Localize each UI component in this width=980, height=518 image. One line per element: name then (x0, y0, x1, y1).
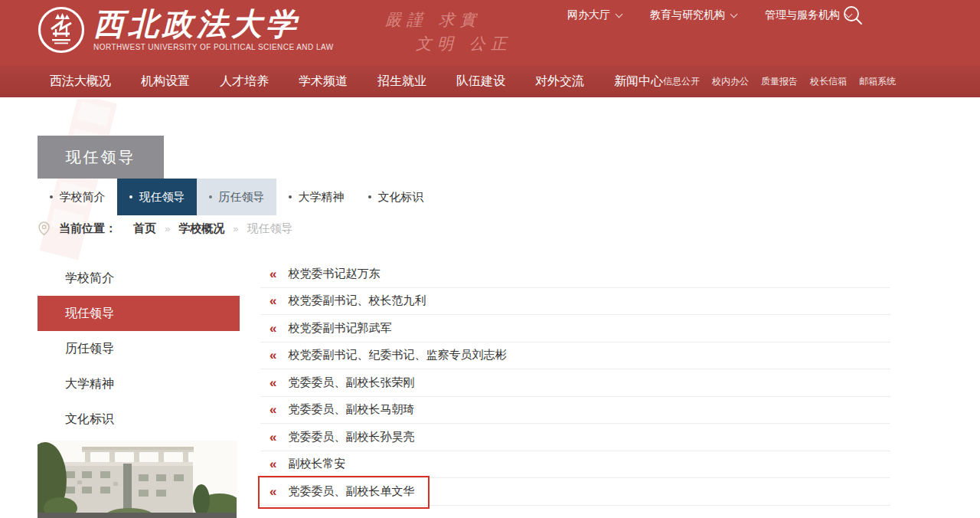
breadcrumb-item[interactable]: » 现任领导 (233, 221, 292, 236)
tab-label: 文化标识 (378, 190, 424, 205)
sidebar-item[interactable]: 大学精神 (38, 366, 240, 402)
sidebar-item-label: 历任领导 (65, 341, 114, 357)
bullet-icon (289, 195, 292, 198)
motto-line-2: 文明 公正 (416, 33, 512, 54)
sidebar-item-label: 现任领导 (65, 306, 114, 322)
leader-row[interactable]: « 校党委书记赵万东 (260, 261, 890, 288)
double-left-arrow-icon: « (270, 403, 276, 416)
sidebar-menu: 学校简介 现任领导 历任领导 大学精神 文化标识 (38, 261, 240, 518)
menu-label: 教育与研究机构 (650, 8, 725, 22)
nav-item[interactable]: 对外交流 (535, 74, 584, 90)
tab-label: 大学精神 (299, 190, 345, 205)
leader-title: 党委委员、副校长张荣刚 (288, 375, 414, 390)
breadcrumb-items: 首页 » 学校概况 » 现任领导 (125, 221, 292, 236)
header-dropdown-menu[interactable]: 教育与研究机构 (650, 8, 737, 22)
nav-item[interactable]: 机构设置 (141, 74, 190, 90)
university-logo[interactable]: 西北政法大学 NORTHWEST UNIVERSITY OF POLITICAL… (38, 6, 334, 54)
breadcrumb-label: 现任领导 (247, 221, 292, 236)
bullet-icon (368, 195, 371, 198)
motto-line-1: 嚴謹 求實 (385, 9, 512, 31)
section-tab[interactable]: 学校简介 (38, 179, 117, 215)
tab-label: 历任领导 (219, 190, 265, 205)
leaders-list: « 校党委书记赵万东 « 校党委副书记、校长范九利 « 校党委副书记郭武军 « … (260, 261, 890, 506)
sidebar-item[interactable]: 文化标识 (38, 402, 240, 437)
location-pin-icon (38, 221, 51, 236)
menu-label: 管理与服务机构 (765, 8, 840, 22)
double-left-arrow-icon: « (270, 349, 276, 362)
bullet-icon (50, 195, 53, 198)
section-tabs: 学校简介 现任领导 历任领导 大学精神 文化标识 (38, 179, 436, 215)
quick-link[interactable]: 校内办公 (712, 75, 749, 88)
leader-row[interactable]: « 校党委副书记、校长范九利 (260, 288, 890, 316)
leader-row[interactable]: « 校党委副书记郭武军 (260, 315, 890, 343)
main-nav: 西法大概况 机构设置 人才培养 学术频道 招生就业 队伍建设 对外交流 新闻中心… (0, 66, 980, 97)
quick-link[interactable]: 校长信箱 (810, 75, 847, 88)
header-dropdown-menu[interactable]: 网办大厅 (567, 8, 622, 22)
sidebar-item-label: 学校简介 (65, 270, 114, 287)
leader-title: 党委委员、副校长单文华 (288, 484, 414, 499)
search-icon (841, 3, 865, 28)
search-button[interactable] (841, 3, 865, 28)
leader-title: 校党委副书记、纪委书记、监察专员刘志彬 (288, 348, 506, 362)
header-dropdown-menu[interactable]: 管理与服务机构 (765, 8, 851, 22)
leader-title: 副校长常安 (288, 457, 345, 471)
university-motto: 嚴謹 求實 文明 公正 (385, 9, 512, 54)
nav-item[interactable]: 队伍建设 (456, 74, 505, 90)
breadcrumb-item[interactable]: » 学校概况 (165, 221, 224, 236)
leader-row[interactable]: « 党委委员、副校长孙昊亮 (260, 424, 890, 451)
nav-item[interactable]: 新闻中心 (614, 74, 663, 90)
leader-title: 党委委员、副校长孙昊亮 (288, 430, 414, 444)
quick-link[interactable]: 质量报告 (761, 75, 798, 88)
section-tab[interactable]: 文化标识 (356, 179, 436, 215)
page-content: 现任领导 学校简介 现任领导 历任领导 大学精神 (0, 97, 980, 518)
breadcrumb-separator: » (233, 223, 238, 234)
header-menus: 网办大厅 教育与研究机构 管理与服务机构 (567, 8, 851, 22)
breadcrumb-label: 学校概况 (178, 221, 224, 236)
quick-link[interactable]: 邮箱系统 (859, 75, 896, 88)
tab-label: 学校简介 (60, 190, 106, 205)
university-name-zh: 西北政法大学 (93, 8, 334, 39)
double-left-arrow-icon: « (270, 294, 276, 307)
bullet-icon (129, 195, 132, 198)
nav-item[interactable]: 招生就业 (377, 74, 426, 90)
breadcrumb: 当前位置： 首页 » 学校概况 » 现任领导 (38, 221, 292, 236)
leader-title: 校党委书记赵万东 (288, 267, 380, 281)
sidebar-item[interactable]: 现任领导 (38, 296, 240, 331)
sidebar-item-label: 文化标识 (65, 411, 114, 428)
leader-row[interactable]: « 党委委员、副校长张荣刚 (260, 369, 890, 397)
leader-row[interactable]: « 党委委员、副校长单文华 (260, 478, 890, 506)
page-title: 现任领导 (38, 136, 164, 179)
section-tab[interactable]: 现任领导 (117, 179, 197, 215)
double-left-arrow-icon: « (270, 322, 276, 335)
breadcrumb-prefix: 当前位置： (59, 221, 116, 236)
sidebar-item[interactable]: 历任领导 (38, 331, 240, 366)
double-left-arrow-icon: « (270, 267, 276, 280)
double-left-arrow-icon: « (270, 376, 276, 389)
quick-links: 信息公开 校内办公 质量报告 校长信箱 邮箱系统 (663, 75, 896, 88)
main-nav-items: 西法大概况 机构设置 人才培养 学术频道 招生就业 队伍建设 对外交流 新闻中心 (50, 74, 663, 90)
section-tab[interactable]: 大学精神 (276, 179, 356, 215)
sidebar-item[interactable]: 学校简介 (38, 261, 240, 296)
section-tab[interactable]: 历任领导 (197, 179, 276, 215)
bullet-icon (209, 195, 212, 198)
university-name-en: NORTHWEST UNIVERSITY OF POLITICAL SCIENC… (93, 43, 334, 51)
quick-link[interactable]: 信息公开 (663, 75, 700, 88)
leader-title: 校党委副书记、校长范九利 (288, 293, 426, 308)
leader-row[interactable]: « 党委委员、副校长马朝琦 (260, 397, 890, 425)
campus-building-photo (38, 441, 237, 518)
double-left-arrow-icon: « (270, 431, 276, 444)
double-left-arrow-icon: « (270, 457, 276, 470)
menu-label: 网办大厅 (567, 8, 610, 22)
chevron-down-icon (616, 10, 623, 18)
university-seal-icon (38, 6, 85, 54)
sidebar-items: 学校简介 现任领导 历任领导 大学精神 文化标识 (38, 261, 240, 437)
leader-row[interactable]: « 校党委副书记、纪委书记、监察专员刘志彬 (260, 343, 890, 370)
breadcrumb-item[interactable]: 首页 (125, 221, 156, 236)
sidebar-item-label: 大学精神 (65, 376, 114, 392)
nav-item[interactable]: 人才培养 (220, 74, 269, 90)
leader-title: 党委委员、副校长马朝琦 (288, 402, 414, 417)
nav-item[interactable]: 学术频道 (299, 74, 348, 90)
logo-text-group: 西北政法大学 NORTHWEST UNIVERSITY OF POLITICAL… (93, 8, 334, 51)
nav-item[interactable]: 西法大概况 (50, 74, 111, 90)
leader-row[interactable]: « 副校长常安 (260, 451, 890, 479)
